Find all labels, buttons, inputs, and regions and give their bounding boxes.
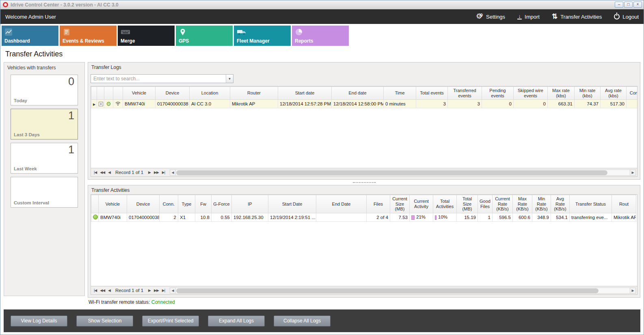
pager-prev-icon[interactable]: ◀ [106, 288, 112, 292]
column-header-min-rate-kbs[interactable]: Min rate (kbs) [575, 87, 601, 100]
expand-all-logs-button[interactable]: Expand All Logs [208, 316, 265, 326]
horizontal-scrollbar[interactable]: ◀ ▶ [170, 288, 636, 294]
pager-prev-icon[interactable]: ◀ [106, 170, 112, 174]
panel-splitter[interactable] [88, 180, 640, 185]
column-header-icon[interactable] [113, 87, 123, 100]
table-cell: 0 [482, 100, 514, 108]
card-last-3-days[interactable]: 1 Last 3 Days [11, 109, 78, 140]
column-header-current-rate-kb-s[interactable]: Current Rate (KB/s) [493, 195, 513, 213]
column-header-avg-rate-kbs[interactable]: Avg rate (kbs) [601, 87, 627, 100]
card-custom-interval[interactable]: Custom Interval [11, 177, 78, 208]
maximize-button[interactable]: □ [624, 2, 633, 8]
column-header-time[interactable]: Time [384, 87, 416, 100]
column-header-end-date[interactable]: End date [332, 87, 384, 100]
transfer-logs-grid: VehicleDeviceLocationRouterStart dateEnd… [91, 86, 638, 168]
scroll-right-icon[interactable]: ▶ [630, 288, 636, 294]
column-header-current-size-mb[interactable]: Current Size (MB) [390, 195, 410, 213]
export-print-selected-button[interactable]: Export/Print Selected [142, 316, 199, 326]
column-header-files[interactable]: Files [367, 195, 390, 213]
pager-fast-prev-icon[interactable]: ◀◀ [98, 170, 106, 174]
column-header-rout[interactable]: Rout [612, 195, 636, 213]
scrollbar-thumb[interactable] [176, 170, 607, 175]
column-header-transfer-status[interactable]: Transfer Status [570, 195, 612, 213]
column-header-type[interactable]: Type [178, 195, 195, 213]
column-header-vehicle[interactable]: Vehicle [99, 195, 127, 213]
column-header-transferred-events[interactable]: Transferred events [448, 87, 482, 100]
wifi-status-value: Connected [151, 299, 175, 305]
column-header-router[interactable]: Router [230, 87, 278, 100]
column-header-skipped-wire-events[interactable]: Skipped wire events [514, 87, 548, 100]
scroll-right-icon[interactable]: ▶ [630, 170, 636, 176]
card-last-week[interactable]: 1 Last Week [11, 143, 78, 174]
column-header-icon[interactable] [91, 195, 99, 213]
tile-gps[interactable]: GPS [176, 26, 233, 46]
search-combo[interactable]: ▼ [91, 74, 233, 83]
column-header-end-date[interactable]: End Date [316, 195, 367, 213]
pager-first-icon[interactable]: |◀ [92, 170, 98, 174]
events-list-icon [63, 28, 71, 36]
dropdown-arrow-icon[interactable]: ▼ [226, 75, 233, 83]
transfer-activities-grid: VehicleDeviceConn.TypeFwG-ForceIPStart D… [91, 194, 638, 286]
progress-cell: 10% [433, 213, 457, 221]
table-cell: Mikrotik AP [612, 213, 636, 221]
column-header-start-date[interactable]: Start date [278, 87, 332, 100]
pager-fast-prev-icon[interactable]: ◀◀ [98, 288, 106, 292]
scrollbar-thumb[interactable] [176, 288, 599, 293]
column-header-current-activity[interactable]: Current Activity [410, 195, 433, 213]
column-header-icon[interactable] [91, 87, 97, 100]
table-row[interactable]: ▶+⚙BMW740i017040000038Al CC 3.0Mikrotik … [91, 100, 638, 108]
view-log-details-button[interactable]: View Log Details [11, 316, 67, 326]
pager-next-icon[interactable]: ▶ [147, 288, 152, 292]
column-header-pending-events[interactable]: Pending events [482, 87, 514, 100]
pager-fast-next-icon[interactable]: ▶▶ [152, 170, 160, 174]
tile-dashboard[interactable]: Dashboard [2, 26, 58, 46]
settings-button[interactable]: ⚙⚙ Settings [476, 13, 505, 20]
column-header-icon[interactable] [104, 87, 113, 100]
table-cell: 0 minutes [384, 100, 416, 108]
column-header-min-rate-kb-s[interactable]: Min Rate (KB/s) [532, 195, 551, 213]
tile-merge[interactable]: Merge [118, 26, 175, 46]
column-header-avg-rate-kb-s[interactable]: Avg Rate (KB/s) [551, 195, 570, 213]
table-row[interactable]: BMW740i0170400000382X110.80.55192.168.25… [91, 213, 636, 221]
tile-reports[interactable]: Reports [292, 26, 349, 46]
column-header-device[interactable]: Device [156, 87, 190, 100]
column-header-fw[interactable]: Fw [195, 195, 212, 213]
column-header-ip[interactable]: IP [232, 195, 268, 213]
pager-next-icon[interactable]: ▶ [147, 170, 152, 174]
collapse-all-logs-button[interactable]: Collapse All Logs [274, 316, 331, 326]
pager-fast-next-icon[interactable]: ▶▶ [152, 288, 160, 292]
column-header-good-files[interactable]: Good Files [478, 195, 493, 213]
pager-last-icon[interactable]: ▶| [160, 288, 166, 292]
horizontal-scrollbar[interactable]: ◀ ▶ [170, 170, 636, 176]
tile-fleet-manager[interactable]: Fleet Manager [234, 26, 291, 46]
search-input[interactable] [91, 76, 226, 82]
column-header-vehicle[interactable]: Vehicle [123, 87, 156, 100]
close-button[interactable]: × [633, 2, 642, 8]
import-button[interactable]: ↓ Import [517, 14, 540, 20]
pager-first-icon[interactable]: |◀ [92, 288, 98, 292]
column-header-total-size-mb[interactable]: Total Size (MB) [457, 195, 478, 213]
column-header-max-rate-kb-s[interactable]: Max Rate (KB/s) [513, 195, 532, 213]
column-header-conn[interactable]: Conn. [160, 195, 178, 213]
column-header-icon[interactable] [97, 87, 104, 100]
column-header-device[interactable]: Device [127, 195, 160, 213]
logout-button[interactable]: Logout [614, 14, 639, 20]
pager-last-icon[interactable]: ▶| [160, 170, 166, 174]
vehicles-with-transfers-panel: Vehicles with transfers 0 Today 1 Last 3… [4, 62, 85, 296]
scrollbar-track[interactable] [176, 288, 630, 294]
column-header-g-force[interactable]: G-Force [212, 195, 232, 213]
minimize-button[interactable]: – [615, 2, 623, 8]
column-header-total-activities[interactable]: Total Activities [433, 195, 457, 213]
column-header-total-events[interactable]: Total events [416, 87, 448, 100]
scroll-left-icon[interactable]: ◀ [170, 170, 176, 176]
column-header-start-date[interactable]: Start Date [268, 195, 316, 213]
tile-events-reviews[interactable]: Events & Reviews [60, 26, 117, 46]
scrollbar-track[interactable] [176, 170, 630, 176]
transfer-activities-button[interactable]: ⇅ Transfer Activities [552, 14, 602, 20]
column-header-location[interactable]: Location [190, 87, 230, 100]
column-header-conn[interactable]: Conn. [627, 87, 638, 100]
column-header-max-rate-kbs[interactable]: Max rate (kbs) [548, 87, 575, 100]
show-selection-button[interactable]: Show Selection [76, 316, 133, 326]
scroll-left-icon[interactable]: ◀ [170, 288, 176, 294]
card-today[interactable]: 0 Today [11, 75, 78, 105]
